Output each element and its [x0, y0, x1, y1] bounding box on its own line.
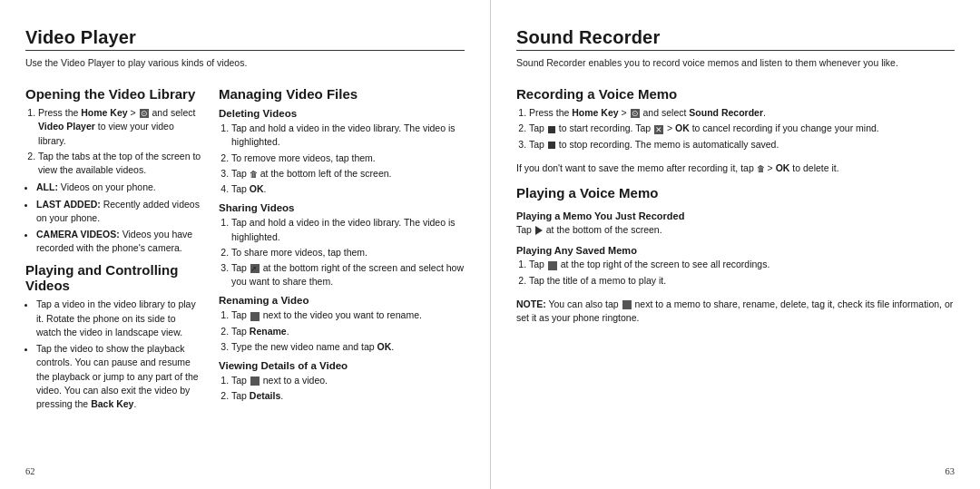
viewing-details-title: Viewing Details of a Video [219, 360, 465, 371]
renaming-video-steps: Tap next to the video you want to rename… [219, 308, 465, 354]
list-item: Tap at the top right of the screen to se… [529, 258, 955, 271]
list-item: Press the Home Key > ⊙ and select Sound … [529, 106, 955, 120]
list-item: Tap the title of a memo to play it. [529, 274, 955, 288]
recording-steps: Press the Home Key > ⊙ and select Sound … [516, 106, 955, 153]
record-icon [548, 126, 555, 133]
playing-any-saved-steps: Tap at the top right of the screen to se… [516, 258, 955, 289]
opening-library-title: Opening the Video Library [25, 86, 202, 102]
playing-controlling-bullets: Tap a video in the video library to play… [25, 298, 202, 411]
right-page-subtitle: Sound Recorder enables you to record voi… [516, 56, 955, 70]
list-item: Tap the tabs at the top of the screen to… [38, 150, 202, 177]
list-item: Tap and hold a video in the video librar… [231, 122, 465, 149]
left-col: Opening the Video Library Press the Home… [25, 79, 202, 467]
opening-library-bullets: ALL: Videos on your phone. LAST ADDED: R… [25, 181, 202, 255]
left-page-number: 62 [25, 466, 35, 476]
info-icon [250, 377, 260, 386]
viewing-details-steps: Tap next to a video. Tap Details. [219, 374, 465, 403]
playing-just-recorded-text: Tap at the bottom of the screen. [516, 223, 955, 237]
list-item: Tap to stop recording. The memo is autom… [529, 138, 955, 152]
opening-library-steps: Press the Home Key > ⊙ and select Video … [25, 106, 202, 177]
home-icon-2: ⊙ [631, 109, 640, 118]
list-item: Tap ↗ at the bottom right of the screen … [231, 261, 465, 289]
play-icon [535, 226, 543, 235]
list-item: To share more videos, tap them. [231, 246, 465, 259]
right-page: Sound Recorder Sound Recorder enables yo… [490, 0, 980, 489]
trash-icon-2: 🗑 [757, 163, 765, 175]
list-item: Tap to start recording. Tap ✕ > OK to ca… [529, 122, 955, 135]
list-item: Tap the video to show the playback contr… [36, 342, 202, 411]
share-icon: ↗ [250, 264, 260, 273]
sharing-videos-steps: Tap and hold a video in the video librar… [219, 216, 465, 289]
deleting-videos-steps: Tap and hold a video in the video librar… [219, 122, 465, 196]
list-item: Tap and hold a video in the video librar… [231, 216, 465, 243]
deleting-videos-title: Deleting Videos [219, 108, 465, 119]
list-item: Tap 🗑 at the bottom left of the screen. [231, 167, 465, 181]
managing-files-title: Managing Video Files [219, 86, 465, 102]
list-item: Tap next to the video you want to rename… [231, 308, 465, 322]
left-page: Video Player Use the Video Player to pla… [0, 0, 490, 489]
pencil-icon [250, 312, 260, 321]
renaming-video-title: Renaming a Video [219, 295, 465, 306]
sharing-videos-title: Sharing Videos [219, 202, 465, 213]
trash-icon: 🗑 [250, 169, 258, 181]
left-page-subtitle: Use the Video Player to play various kin… [25, 56, 465, 70]
recording-note: If you don't want to save the memo after… [516, 161, 955, 175]
list-item: Tap Rename. [231, 325, 465, 338]
info-icon-2 [622, 300, 632, 309]
playing-title: Playing a Voice Memo [516, 185, 955, 200]
list-item: Tap next to a video. [231, 374, 465, 387]
list-item: Tap a video in the video library to play… [36, 298, 202, 339]
playing-just-recorded-title: Playing a Memo You Just Recorded [516, 210, 955, 221]
list-icon [548, 261, 557, 270]
playing-any-saved-note: NOTE: You can also tap next to a memo to… [516, 298, 955, 325]
right-page-number: 63 [946, 466, 956, 476]
home-icon: ⊙ [140, 109, 149, 118]
list-item: Tap OK. [231, 182, 465, 196]
list-item: To remove more videos, tap them. [231, 152, 465, 165]
list-item: LAST ADDED: Recently added videos on you… [36, 198, 202, 225]
playing-controlling-title: Playing and Controlling Videos [25, 262, 202, 293]
left-page-title: Video Player [25, 27, 465, 51]
right-page-title: Sound Recorder [516, 27, 955, 51]
list-item: Press the Home Key > ⊙ and select Video … [38, 106, 202, 148]
list-item: Tap Details. [231, 389, 465, 403]
list-item: CAMERA VIDEOS: Videos you have recorded … [36, 228, 202, 255]
stop-icon [548, 142, 555, 149]
list-item: Type the new video name and tap OK. [231, 340, 465, 354]
x-icon: ✕ [654, 125, 663, 134]
list-item: ALL: Videos on your phone. [36, 181, 202, 194]
recording-title: Recording a Voice Memo [516, 86, 955, 102]
right-col: Managing Video Files Deleting Videos Tap… [219, 79, 465, 467]
playing-any-saved-title: Playing Any Saved Memo [516, 245, 955, 256]
